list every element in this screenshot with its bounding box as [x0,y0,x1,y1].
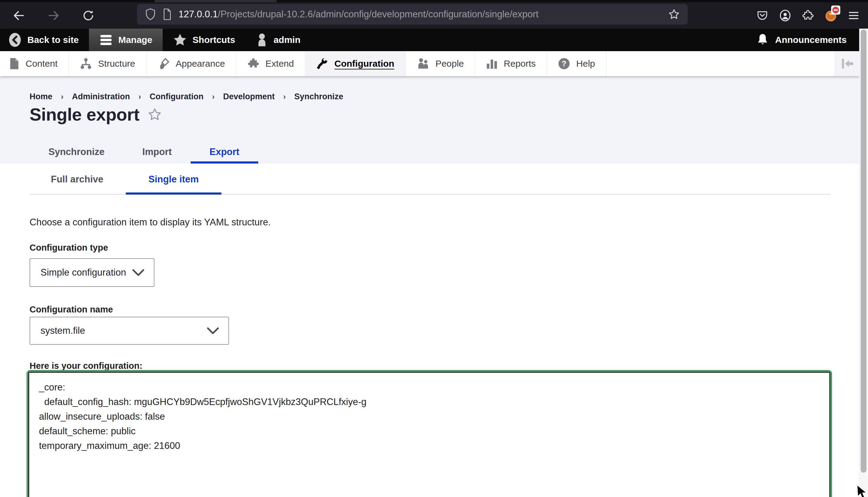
secondary-tabs: Full archive Single item [30,164,830,195]
breadcrumb: Home › Administration › Configuration › … [30,92,343,101]
main-content: Full archive Single item Choose a config… [0,164,859,497]
shortcuts-button[interactable]: Shortcuts [162,29,245,51]
favorite-star-icon[interactable] [147,107,162,122]
menu-item-reports[interactable]: Reports [475,51,547,76]
primary-tabs: Synchronize Import Export [30,140,258,164]
pocket-icon[interactable] [756,9,769,22]
user-icon [256,33,268,47]
config-type-value: Simple configuration [41,267,126,278]
back-button[interactable] [12,9,26,22]
menu-item-configuration[interactable]: Configuration [305,51,406,76]
admin-user-label: admin [273,35,300,45]
announcements-label: Announcements [775,35,847,45]
breadcrumb-link-development[interactable]: Development [223,92,275,101]
wrench-icon [316,58,328,70]
account-icon[interactable] [779,9,792,22]
svg-text:?: ? [561,59,566,68]
tab-synchronize[interactable]: Synchronize [30,140,123,164]
menu-item-label: Structure [98,58,135,69]
file-icon [9,58,19,70]
tab-strip [0,0,868,2]
extensions-puzzle-icon[interactable] [801,9,814,22]
menu-item-label: Content [26,58,58,69]
bell-icon [756,33,769,47]
page-info-icon[interactable] [162,9,172,20]
menu-item-label: People [436,58,464,69]
back-to-site-button[interactable]: Back to site [0,29,89,51]
breadcrumb-link-administration[interactable]: Administration [72,92,130,101]
announcements-button[interactable]: Announcements [756,29,859,51]
menu-item-people[interactable]: People [406,51,475,76]
menu-item-label: Extend [266,58,294,69]
config-name-label: Configuration name [30,304,113,315]
breadcrumb-separator: › [139,92,141,101]
toolbar-collapse-button[interactable] [835,51,859,76]
url-bar[interactable]: 127.0.0.1/Projects/drupal-10.2.6/admin/c… [137,4,688,25]
breadcrumb-separator: › [61,92,63,101]
people-icon [417,58,429,70]
back-to-site-label: Back to site [27,35,79,45]
config-name-select[interactable]: system.file [30,317,229,345]
page-header-region: Home › Administration › Configuration › … [0,76,859,164]
shortcuts-star-icon [173,33,187,46]
bar-chart-icon [486,58,498,70]
active-tab-edge [155,0,276,2]
menu-item-structure[interactable]: Structure [69,51,146,76]
forward-button[interactable] [47,9,60,22]
config-type-label: Configuration type [30,243,108,253]
admin-toolbar: Back to site Manage Shortcuts admin [0,29,859,51]
manage-hamburger-icon [99,34,113,46]
question-icon: ? [558,58,570,70]
breadcrumb-separator: › [283,92,286,101]
scrollbar-thumb[interactable] [861,30,867,473]
bookmark-star-icon[interactable] [668,9,680,20]
shortcuts-label: Shortcuts [193,35,235,45]
reload-button[interactable] [82,9,95,22]
brush-icon [157,58,170,70]
menu-item-label: Reports [504,58,536,69]
breadcrumb-link-configuration[interactable]: Configuration [150,92,203,101]
tab-full-archive[interactable]: Full archive [28,164,126,195]
intro-text: Choose a configuration item to display i… [30,217,271,228]
menu-item-label: Appearance [176,58,225,69]
page-title: Single export [30,104,140,125]
collapse-left-icon [840,58,854,70]
config-name-value: system.file [41,325,85,336]
manage-button[interactable]: Manage [89,29,162,51]
breadcrumb-link-synchronize[interactable]: Synchronize [294,92,343,101]
menu-item-extend[interactable]: Extend [236,51,305,76]
menu-item-label: Help [576,58,595,69]
config-output-textarea[interactable]: _core: default_config_hash: mguGHCYb9Dw5… [28,372,830,497]
config-type-select[interactable]: Simple configuration [30,258,154,287]
menu-item-help[interactable]: ? Help [547,51,607,76]
shield-icon[interactable] [145,8,156,20]
menu-item-content[interactable]: Content [0,51,69,76]
url-text[interactable]: 127.0.0.1/Projects/drupal-10.2.6/admin/c… [179,9,661,20]
mouse-cursor [856,484,868,497]
menu-item-appearance[interactable]: Appearance [146,51,236,76]
browser-toolbar: 127.0.0.1/Projects/drupal-10.2.6/admin/c… [0,0,868,29]
breadcrumb-separator: › [212,92,214,101]
manage-label: Manage [118,35,152,45]
sitemap-icon [80,58,92,70]
page-scrollbar [859,29,868,497]
container-badge [831,5,840,15]
puzzle-icon [247,58,259,70]
back-to-site-icon [8,32,22,48]
tab-export[interactable]: Export [191,140,258,164]
config-output-focus-ring: _core: default_config_hash: mguGHCYb9Dw5… [27,370,832,497]
menu-item-label: Configuration [335,58,395,69]
hamburger-menu-icon[interactable] [847,9,860,22]
admin-user-button[interactable]: admin [245,29,311,51]
tab-single-item[interactable]: Single item [126,164,221,195]
config-output-label: Here is your configuration: [30,361,143,371]
chevron-down-icon [132,269,145,276]
admin-menu-bar: Content Structure Appearance Extend [0,51,859,76]
screen: 127.0.0.1/Projects/drupal-10.2.6/admin/c… [0,0,868,497]
tab-import[interactable]: Import [123,140,190,164]
container-firefox-icon[interactable] [824,9,837,22]
breadcrumb-link-home[interactable]: Home [30,92,52,101]
chevron-down-icon [207,327,219,335]
